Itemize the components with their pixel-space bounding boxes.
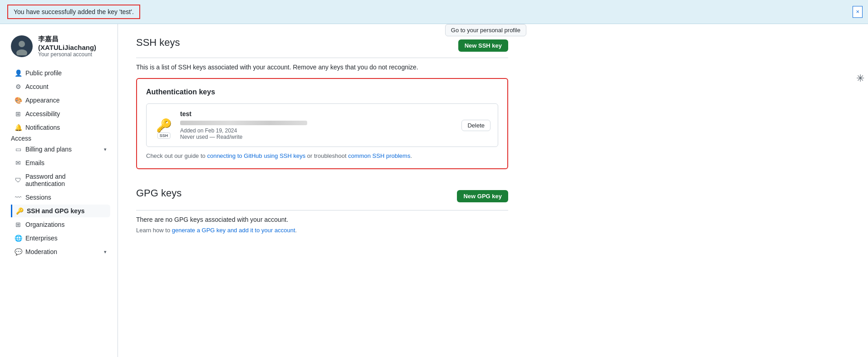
sidebar-item-public-profile[interactable]: 👤 Public profile bbox=[11, 67, 110, 79]
floating-settings-icon[interactable]: ✳ bbox=[856, 73, 864, 84]
gpg-section-divider bbox=[136, 210, 508, 210]
guide-text: Check out our guide to connecting to Git… bbox=[146, 152, 498, 159]
main-content: Go to your personal profile SSH keys New… bbox=[118, 24, 526, 357]
sidebar-label-appearance: Appearance bbox=[25, 97, 60, 104]
sidebar-item-account[interactable]: ⚙ Account bbox=[11, 80, 110, 93]
email-icon: ✉ bbox=[15, 159, 22, 166]
sidebar-label-notifications: Notifications bbox=[25, 124, 60, 131]
gpg-learn-link[interactable]: generate a GPG key and add it to your ac… bbox=[172, 227, 295, 234]
sidebar-item-enterprises[interactable]: 🌐 Enterprises bbox=[11, 232, 110, 245]
key-details: test Added on Feb 19, 2024 Never used — … bbox=[180, 110, 455, 140]
goto-profile-button[interactable]: Go to your personal profile bbox=[445, 24, 526, 36]
key-icon: 🔑 bbox=[16, 207, 23, 215]
success-banner: You have successfully added the key 'tes… bbox=[0, 0, 868, 24]
billing-icon: ▭ bbox=[15, 146, 22, 153]
new-ssh-key-button[interactable]: New SSH key bbox=[458, 39, 508, 52]
section-divider bbox=[136, 176, 508, 187]
sidebar-item-password[interactable]: 🛡 Password and authentication bbox=[11, 170, 110, 190]
profile-section: 李嘉昌 (XATULiJiachang) Your personal accou… bbox=[11, 35, 110, 58]
sidebar-item-moderation[interactable]: 💬 Moderation ▾ bbox=[11, 245, 110, 258]
key-name: test bbox=[180, 110, 455, 117]
sidebar-item-billing[interactable]: ▭ Billing and plans ▾ bbox=[11, 143, 110, 156]
ssh-section-header: SSH keys New SSH key bbox=[136, 37, 508, 54]
sidebar-label-emails: Emails bbox=[25, 159, 44, 166]
profile-info: 李嘉昌 (XATULiJiachang) Your personal accou… bbox=[38, 35, 110, 58]
sidebar-label-moderation: Moderation bbox=[25, 248, 57, 255]
delete-key-button[interactable]: Delete bbox=[461, 120, 490, 131]
key-icon-wrapper: 🔑 SSH bbox=[154, 115, 174, 135]
sidebar-label-accessibility: Accessibility bbox=[25, 110, 60, 117]
new-gpg-key-button[interactable]: New GPG key bbox=[457, 190, 508, 202]
auth-keys-box: Authentication keys 🔑 SSH test Added on … bbox=[136, 78, 508, 169]
sidebar-label-enterprises: Enterprises bbox=[25, 235, 58, 242]
ssh-guide-link[interactable]: connecting to GitHub using SSH keys bbox=[207, 152, 305, 159]
ssh-key-item: 🔑 SSH test Added on Feb 19, 2024 Never u… bbox=[146, 103, 498, 147]
moderation-icon: 💬 bbox=[15, 248, 22, 255]
sidebar-item-appearance[interactable]: 🎨 Appearance bbox=[11, 94, 110, 107]
sidebar-label-public-profile: Public profile bbox=[25, 69, 62, 77]
key-added: Added on Feb 19, 2024 bbox=[180, 127, 455, 134]
person-icon: 👤 bbox=[15, 69, 22, 77]
sidebar-item-emails[interactable]: ✉ Emails bbox=[11, 156, 110, 169]
sidebar-item-ssh-gpg[interactable]: 🔑 SSH and GPG keys bbox=[11, 205, 110, 217]
gpg-no-keys-text: There are no GPG keys associated with yo… bbox=[136, 216, 508, 223]
banner-message: You have successfully added the key 'tes… bbox=[7, 5, 140, 19]
sidebar-item-organizations[interactable]: ⊞ Organizations bbox=[11, 218, 110, 231]
ssh-section-divider bbox=[136, 58, 508, 58]
bell-icon: 🔔 bbox=[15, 124, 22, 131]
sidebar-label-sessions: Sessions bbox=[25, 194, 51, 201]
profile-name: 李嘉昌 (XATULiJiachang) bbox=[38, 35, 110, 51]
sidebar-item-notifications[interactable]: 🔔 Notifications bbox=[11, 121, 110, 134]
appearance-icon: 🎨 bbox=[15, 97, 22, 104]
org-icon: ⊞ bbox=[15, 221, 22, 228]
key-usage: Never used — Read/write bbox=[180, 134, 455, 140]
chevron-down-icon-mod: ▾ bbox=[104, 249, 107, 255]
sidebar-nav-access: ▭ Billing and plans ▾ ✉ Emails 🛡 Passwor… bbox=[11, 143, 110, 258]
ssh-description: This is a list of SSH keys associated wi… bbox=[136, 64, 508, 71]
avatar bbox=[11, 35, 33, 57]
shield-icon: 🛡 bbox=[15, 176, 22, 184]
gpg-learn-text: Learn how to generate a GPG key and add … bbox=[136, 227, 508, 234]
sessions-icon: 〰 bbox=[15, 194, 22, 201]
sidebar-item-accessibility[interactable]: ⊞ Accessibility bbox=[11, 108, 110, 120]
sidebar-label-billing: Billing and plans bbox=[25, 146, 72, 153]
profile-sub: Your personal account bbox=[38, 51, 110, 58]
banner-close-button[interactable]: × bbox=[853, 6, 863, 18]
sidebar-item-sessions[interactable]: 〰 Sessions bbox=[11, 191, 110, 204]
key-icon-glyph: 🔑 bbox=[156, 118, 172, 133]
sidebar-label-account: Account bbox=[25, 83, 49, 90]
sidebar-nav-top: 👤 Public profile ⚙ Account 🎨 Appearance … bbox=[11, 67, 110, 134]
ssh-section-title: SSH keys bbox=[136, 37, 180, 49]
access-section-label: Access bbox=[11, 135, 31, 142]
gpg-section-header: GPG keys New GPG key bbox=[136, 187, 508, 205]
accessibility-icon: ⊞ bbox=[15, 110, 22, 117]
sidebar-label-password: Password and authentication bbox=[25, 173, 107, 187]
sidebar-label-ssh-gpg: SSH and GPG keys bbox=[27, 207, 85, 215]
ssh-badge: SSH bbox=[157, 132, 171, 139]
sidebar: 李嘉昌 (XATULiJiachang) Your personal accou… bbox=[0, 24, 118, 357]
goto-profile-container: Go to your personal profile bbox=[445, 24, 526, 36]
svg-point-1 bbox=[19, 41, 25, 47]
sidebar-label-organizations: Organizations bbox=[25, 221, 64, 228]
chevron-down-icon: ▾ bbox=[104, 147, 107, 152]
enterprise-icon: 🌐 bbox=[15, 235, 22, 242]
ssh-problems-link[interactable]: common SSH problems bbox=[348, 152, 410, 159]
auth-keys-title: Authentication keys bbox=[146, 88, 498, 96]
key-fingerprint bbox=[180, 119, 455, 126]
gpg-section-title: GPG keys bbox=[136, 187, 181, 199]
gear-icon: ⚙ bbox=[15, 83, 22, 90]
